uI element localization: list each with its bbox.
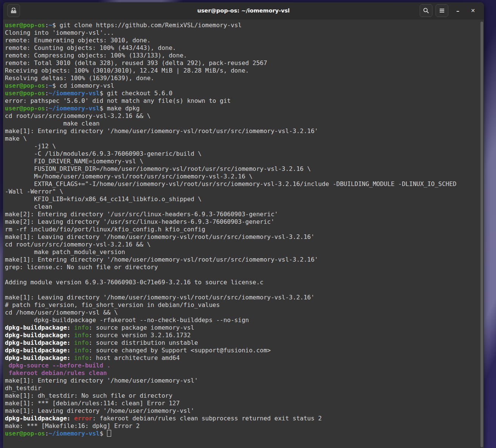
search-button[interactable] bbox=[420, 4, 432, 17]
terminal-line: -j12 \ bbox=[5, 143, 484, 150]
terminal-line: cd root/usr/src/iomemory-vsl-3.2.16 && \ bbox=[5, 112, 484, 120]
terminal-line: make clean bbox=[5, 120, 484, 127]
terminal-line: Cloning into 'iomemory-vsl'... bbox=[5, 29, 484, 37]
terminal-line: user@pop-os:~$ git clone https://github.… bbox=[5, 22, 484, 29]
headerbar-controls: – ✕ bbox=[417, 4, 479, 17]
terminal-line: make: *** [Makefile:16: dpkg] Error 2 bbox=[5, 422, 484, 430]
terminal-line: KFIO_LIB=kfio/x86_64_cc114_libkfio.o_shi… bbox=[5, 195, 484, 203]
close-icon: ✕ bbox=[471, 8, 475, 14]
terminal-line: make[1]: Entering directory '/home/user/… bbox=[5, 127, 484, 135]
terminal-line: FUSION_DRIVER_DIR=/home/user/iomemory-vs… bbox=[5, 165, 484, 173]
terminal-line: -Wall -Werror" \ bbox=[5, 188, 484, 195]
terminal-line: make[2]: Entering directory '/usr/src/li… bbox=[5, 211, 484, 218]
terminal-line: make[1]: Leaving directory '/home/user/i… bbox=[5, 407, 484, 415]
terminal-line: dpkg-buildpackage -rfakeroot --no-check-… bbox=[5, 316, 484, 324]
terminal-line: make patch_module_version bbox=[5, 248, 484, 256]
terminal-line: fakeroot debian/rules clean bbox=[5, 369, 484, 377]
minimize-button[interactable]: – bbox=[452, 5, 463, 16]
terminal-line: dpkg-buildpackage: info: source version … bbox=[5, 332, 484, 339]
terminal-line: Receiving objects: 100% (3010/3010), 12.… bbox=[5, 67, 484, 74]
terminal-line: EXTRA_CFLAGS+="-I/home/user/iomemory-vsl… bbox=[5, 180, 484, 188]
terminal-line: remote: Enumerating objects: 3010, done. bbox=[5, 37, 484, 44]
terminal-line: remote: Counting objects: 100% (443/443)… bbox=[5, 44, 484, 52]
terminal-line: make[1]: Leaving directory '/home/user/i… bbox=[5, 294, 484, 301]
close-button[interactable]: ✕ bbox=[467, 5, 479, 16]
terminal-line: cd /home/user/iomemory-vsl && \ bbox=[5, 309, 484, 316]
terminal-window: user@pop-os: ~/iomemory-vsl bbox=[3, 2, 484, 448]
terminal-line: make[1]: *** [debian/rules:114: clean] E… bbox=[5, 400, 484, 407]
terminal-line: user@pop-os:~/iomemory-vsl$ git checkout… bbox=[5, 90, 484, 97]
terminal-line: dh_testdir bbox=[5, 384, 484, 392]
terminal-line: remote: Total 3010 (delta 328), reused 3… bbox=[5, 59, 484, 67]
terminal-line: error: pathspec '5.6.0' did not match an… bbox=[5, 97, 484, 105]
terminal-line: FIO_DRIVER_NAME=iomemory-vsl \ bbox=[5, 158, 484, 165]
terminal-line: cd root/usr/src/iomemory-vsl-3.2.16 && \ bbox=[5, 241, 484, 248]
new-tab-button[interactable] bbox=[7, 4, 20, 17]
window-headerbar: user@pop-os: ~/iomemory-vsl bbox=[3, 2, 484, 19]
minimize-icon: – bbox=[456, 7, 459, 14]
terminal-line: grep: license.c: No such file or directo… bbox=[5, 264, 484, 271]
hamburger-menu-icon bbox=[439, 8, 445, 13]
terminal-line: Resolving deltas: 100% (1639/1639), done… bbox=[5, 74, 484, 82]
menu-button[interactable] bbox=[436, 4, 448, 17]
terminal-line: dpkg-buildpackage: info: source changed … bbox=[5, 347, 484, 354]
terminal-line: user@pop-os:~/iomemory-vsl$ make dpkg bbox=[5, 105, 484, 112]
terminal-line: dpkg-buildpackage: info: source package … bbox=[5, 324, 484, 332]
terminal-line: clean bbox=[5, 203, 484, 211]
terminal-line: make \ bbox=[5, 135, 484, 143]
terminal-output[interactable]: user@pop-os:~$ git clone https://github.… bbox=[3, 19, 484, 448]
terminal-line: dpkg-buildpackage: error: fakeroot debia… bbox=[5, 415, 484, 422]
terminal-line: make[2]: Leaving directory '/usr/src/lin… bbox=[5, 218, 484, 226]
terminal-cursor bbox=[107, 430, 111, 437]
new-tab-icon bbox=[9, 6, 18, 15]
window-title: user@pop-os: ~/iomemory-vsl bbox=[197, 8, 290, 14]
terminal-line: dpkg-buildpackage: info: source distribu… bbox=[5, 339, 484, 347]
terminal-line: Adding module version 6.9.3-76060903-0c7… bbox=[5, 279, 484, 286]
terminal-line: -C /lib/modules/6.9.3-76060903-generic/b… bbox=[5, 150, 484, 158]
terminal-line: user@pop-os:~$ cd iomemory-vsl bbox=[5, 82, 484, 90]
terminal-line bbox=[5, 286, 484, 294]
terminal-line: remote: Compressing objects: 100% (133/1… bbox=[5, 52, 484, 59]
terminal-line: dpkg-buildpackage: info: host architectu… bbox=[5, 354, 484, 362]
terminal-line: make[1]: dh_testdir: No such file or dir… bbox=[5, 392, 484, 400]
terminal-line: M=/home/user/iomemory-vsl/root/usr/src/i… bbox=[5, 173, 484, 180]
terminal-line bbox=[5, 271, 484, 279]
terminal-line: make[1]: Entering directory '/home/user/… bbox=[5, 256, 484, 264]
terminal-line: user@pop-os:~/iomemory-vsl$ bbox=[5, 430, 484, 437]
terminal-line: dpkg-source --before-build . bbox=[5, 362, 484, 369]
desktop: { "window": { "title": "user@pop-os: ~/i… bbox=[0, 0, 496, 448]
terminal-line: # patch fio_version, fio_short_version i… bbox=[5, 301, 484, 309]
terminal-line: make[1]: Entering directory '/home/user/… bbox=[5, 377, 484, 384]
search-icon bbox=[423, 7, 429, 14]
scrollbar-handle[interactable] bbox=[480, 22, 483, 447]
terminal-line: rm -rf include/fio/port/linux/kfio_confi… bbox=[5, 226, 484, 233]
terminal-line: make[1]: Leaving directory '/home/user/i… bbox=[5, 233, 484, 241]
